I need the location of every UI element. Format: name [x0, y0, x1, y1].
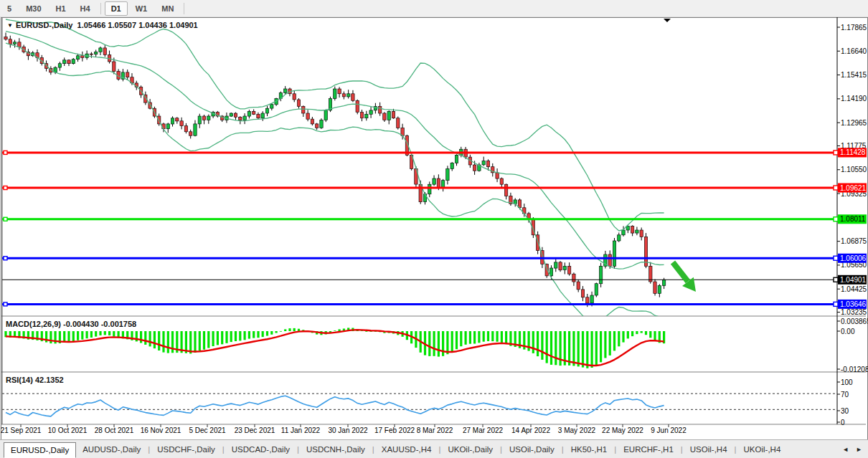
chart-tab-ukoil-h4[interactable]: UKOil-,H4 — [737, 442, 788, 457]
chart-ohlc-values: 1.05466 1.05507 1.04436 1.04901 — [77, 21, 198, 29]
timeframe-button-m30[interactable]: M30 — [19, 1, 47, 16]
timeframe-button-h1[interactable]: H1 — [49, 1, 72, 16]
chart-window[interactable] — [1, 17, 868, 440]
chart-tab-bar: EURUSD-,DailyAUDUSD-,Daily|USDCHF-,Daily… — [0, 439, 868, 458]
timeframe-button-5[interactable]: 5 — [1, 1, 18, 16]
chart-tab-eurchf-h1[interactable]: EURCHF-,H1 — [617, 442, 680, 457]
timeframe-button-w1[interactable]: W1 — [129, 1, 154, 16]
tab-scroll-right-icon[interactable]: ► — [856, 446, 862, 453]
chart-tab-usdcad-daily[interactable]: USDCAD-,Daily — [225, 442, 296, 457]
chart-tab-usdchf-daily[interactable]: USDCHF-,Daily — [151, 442, 222, 457]
chart-tab-eurusd-daily[interactable]: EURUSD-,Daily — [4, 442, 76, 458]
chart-symbol-label: EURUSD-,Daily — [16, 21, 72, 29]
chart-tab-usoil-h4[interactable]: USOil-,H4 — [684, 442, 734, 457]
rsi-indicator-label: RSI(14) 42.1352 — [6, 376, 64, 384]
timeframe-button-mn[interactable]: MN — [155, 1, 180, 16]
chart-tab-xauusd-h4[interactable]: XAUUSD-,H4 — [375, 442, 438, 457]
timeframe-button-h4[interactable]: H4 — [74, 1, 97, 16]
chart-tab-audusd-daily[interactable]: AUDUSD-,Daily — [76, 442, 147, 457]
mt4-chart-app: 5M30H1H4D1W1MN 1.178651.166401.154151.14… — [0, 0, 868, 458]
chart-tab-ukoil-daily[interactable]: UKOil-,Daily — [441, 442, 499, 457]
timeframe-toolbar: 5M30H1H4D1W1MN — [0, 0, 868, 17]
chart-title: ▼EURUSD-,Daily 1.05466 1.05507 1.04436 1… — [7, 21, 198, 29]
chart-tab-usoil-daily[interactable]: USOil-,Daily — [503, 442, 561, 457]
timeframe-button-d1[interactable]: D1 — [105, 1, 128, 16]
tab-scroll-left-icon[interactable]: ◄ — [842, 446, 849, 453]
chart-marker-icon: ▼ — [7, 22, 13, 29]
chart-tab-usdcnh-daily[interactable]: USDCNH-,Daily — [300, 442, 372, 457]
toolbar-divider — [184, 3, 184, 14]
macd-indicator-label: MACD(12,26,9) -0.004430 -0.001758 — [6, 320, 136, 328]
chart-tab-hk50-h1[interactable]: HK50-,H1 — [565, 442, 614, 457]
toolbar-divider — [100, 3, 101, 14]
